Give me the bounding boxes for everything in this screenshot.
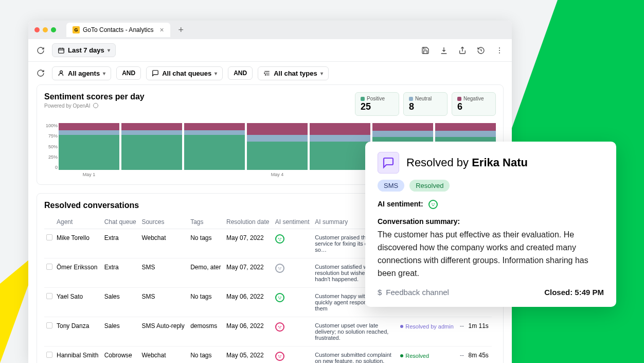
openai-icon [93, 102, 99, 109]
chat-bubble-icon [378, 152, 399, 174]
popup-title: Resolved by Erika Natu [406, 156, 528, 169]
svg-point-1 [499, 47, 500, 48]
more-menu-icon[interactable] [493, 44, 506, 57]
types-filter[interactable]: All chat types ▾ [258, 66, 329, 80]
svg-point-20 [432, 204, 432, 204]
queues-filter[interactable]: All chat queues ▾ [146, 66, 223, 80]
column-header[interactable]: Chat queue [102, 215, 140, 229]
agent-icon [58, 70, 65, 77]
ai-sentiment-row: AI sentiment: [378, 200, 604, 209]
window-controls [34, 27, 56, 32]
svg-point-7 [93, 103, 98, 108]
row-checkbox[interactable] [46, 234, 52, 240]
svg-point-16 [278, 356, 279, 356]
svg-point-13 [280, 297, 281, 298]
dollar-icon: $ [378, 288, 382, 297]
summary-text: The customer has put effective as their … [378, 229, 604, 280]
status-badge: Resolved [409, 180, 450, 192]
new-tab-button[interactable]: + [174, 25, 188, 36]
svg-point-17 [280, 356, 281, 356]
and-operator: AND [116, 66, 141, 80]
svg-point-6 [265, 75, 266, 75]
chevron-down-icon: ▾ [320, 71, 323, 76]
svg-point-8 [278, 238, 279, 239]
chart-title: Sentiment scores per day [44, 92, 145, 101]
row-checkbox[interactable] [46, 322, 52, 329]
svg-point-21 [434, 204, 434, 204]
calendar-icon [58, 47, 65, 54]
save-icon[interactable] [419, 44, 432, 57]
svg-point-11 [280, 268, 281, 268]
smile-icon [428, 200, 438, 209]
svg-point-15 [280, 326, 281, 327]
chat-icon [152, 70, 159, 77]
summary-section: Conversation summary: The customer has p… [378, 217, 604, 280]
chart-bar [59, 123, 119, 170]
column-header[interactable]: Tags [188, 215, 224, 229]
svg-point-2 [499, 50, 500, 51]
minimize-window-icon[interactable] [43, 27, 48, 32]
and-operator: AND [228, 66, 253, 80]
sentiment-icon [275, 322, 284, 332]
table-row[interactable]: Hannibal SmithCobrowseWebchatNo tagsMay … [44, 347, 496, 364]
types-filter-label: All chat types [274, 70, 317, 77]
chevron-down-icon: ▾ [108, 47, 110, 53]
sentiment-icon [275, 234, 284, 244]
metric-negative: Negative 6 [452, 92, 496, 116]
column-header[interactable]: Sources [139, 215, 188, 229]
app-favicon-icon: G [73, 26, 80, 33]
svg-point-4 [60, 71, 63, 73]
refresh-icon[interactable] [34, 44, 47, 57]
browser-tab[interactable]: G GoTo Contacts - Analytics × [66, 23, 170, 37]
maximize-window-icon[interactable] [51, 27, 56, 32]
metric-positive: Positive 25 [355, 92, 399, 116]
svg-point-3 [499, 52, 500, 53]
share-icon[interactable] [456, 44, 469, 57]
conversation-detail-popup: Resolved by Erika Natu SMS Resolved AI s… [365, 142, 616, 307]
row-checkbox[interactable] [46, 264, 52, 270]
column-header[interactable]: Resolution date [224, 215, 273, 229]
chart-bar [310, 123, 370, 170]
chevron-down-icon: ▾ [103, 71, 105, 76]
chart-bar [121, 123, 182, 170]
chart-bar [247, 123, 308, 170]
history-icon[interactable] [475, 44, 487, 57]
chevron-down-icon: ▾ [214, 71, 217, 76]
svg-point-10 [278, 268, 279, 268]
settings-icon [263, 70, 271, 77]
row-checkbox[interactable] [46, 352, 52, 358]
column-header[interactable]: AI sentiment [273, 215, 313, 229]
table-row[interactable]: Tony DanzaSalesSMS Auto-replydemosmsMay … [44, 317, 496, 347]
agents-filter-label: All agents [68, 70, 100, 77]
feedback-channel-label: Feedback channel [386, 288, 449, 297]
main-toolbar: Last 7 days ▾ [28, 39, 512, 62]
svg-point-5 [264, 73, 265, 73]
row-checkbox[interactable] [46, 293, 52, 299]
column-header[interactable]: Agent [55, 215, 102, 229]
sentiment-icon [275, 264, 284, 273]
tab-title: GoTo Contacts - Analytics [83, 26, 153, 33]
date-range-label: Last 7 days [68, 46, 104, 54]
download-icon[interactable] [438, 44, 450, 57]
close-window-icon[interactable] [34, 27, 40, 32]
refresh-filters-icon[interactable] [34, 67, 47, 79]
date-range-picker[interactable]: Last 7 days ▾ [52, 43, 116, 57]
svg-rect-0 [59, 48, 64, 53]
filter-bar: All agents ▾ AND All chat queues ▾ AND A… [28, 62, 512, 84]
svg-point-9 [280, 238, 281, 239]
close-tab-icon[interactable]: × [159, 26, 164, 34]
svg-point-14 [278, 326, 279, 327]
browser-tabbar: G GoTo Contacts - Analytics × + [28, 21, 512, 39]
chart-bar [184, 123, 245, 170]
sentiment-icon [275, 293, 284, 302]
status-badge: Resolved [400, 353, 429, 359]
sentiment-icon [275, 352, 284, 361]
agents-filter[interactable]: All agents ▾ [52, 66, 111, 80]
powered-by-label: Powered by OpenAI [44, 102, 145, 109]
metric-neutral: Neutral 8 [403, 92, 448, 116]
channel-badge: SMS [378, 180, 404, 192]
queues-filter-label: All chat queues [162, 70, 211, 77]
closed-time: Closed: 5:49 PM [544, 288, 604, 297]
status-badge: Resolved by admin [400, 323, 454, 330]
svg-point-12 [278, 297, 279, 298]
